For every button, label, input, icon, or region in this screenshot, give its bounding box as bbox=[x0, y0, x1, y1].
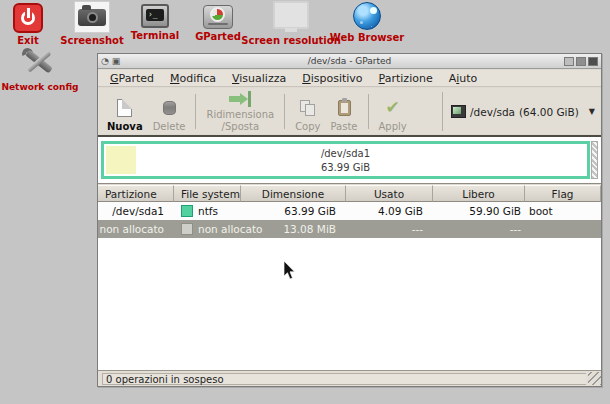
menu-modifica[interactable]: Modifica bbox=[162, 71, 224, 86]
titlebar[interactable]: ◔ ▣ /dev/sda - GParted bbox=[98, 54, 601, 69]
cell-flags bbox=[525, 220, 601, 238]
table-row-sda1[interactable]: /dev/sda1 ntfs 63.99 GiB 4.09 GiB 59.90 … bbox=[98, 202, 601, 220]
menu-dispositivo[interactable]: Dispositivo bbox=[294, 71, 370, 86]
new-partition-button[interactable]: Nuova bbox=[102, 90, 148, 133]
col-filesystem[interactable]: File system bbox=[174, 185, 241, 202]
menu-visualizza[interactable]: Visualizza bbox=[224, 71, 294, 86]
apply-button[interactable]: ✔ Apply bbox=[374, 90, 412, 133]
table-header-row: Partizione File system Dimensione Usato … bbox=[98, 185, 601, 202]
copy-button[interactable]: Copy bbox=[290, 90, 325, 133]
partition-table: Partizione File system Dimensione Usato … bbox=[98, 185, 601, 370]
cell-free: --- bbox=[433, 220, 525, 238]
device-name: /dev/sda bbox=[470, 106, 515, 118]
toolbar-separator bbox=[195, 94, 196, 129]
cell-size: 13.08 MiB bbox=[241, 220, 346, 238]
desktop: { "desktop": { "icons": [ { "label": "Ex… bbox=[0, 0, 610, 404]
tools-icon bbox=[22, 46, 58, 80]
chevron-down-icon[interactable]: ▼ bbox=[589, 107, 595, 116]
col-flag[interactable]: Flag bbox=[525, 185, 601, 202]
icon-label: Web Browser bbox=[330, 32, 404, 43]
desktop-icon-screen-resolution[interactable]: Screen resolution bbox=[250, 1, 332, 46]
partition-visual-sda1[interactable]: /dev/sda1 63.99 GiB bbox=[101, 141, 590, 179]
table-row-unallocated[interactable]: non allocato non allocato 13.08 MiB --- … bbox=[98, 220, 601, 238]
fs-color-swatch bbox=[181, 205, 193, 217]
gparted-window: ◔ ▣ /dev/sda - GParted GParted Modifica … bbox=[97, 53, 602, 387]
paste-button[interactable]: Paste bbox=[326, 90, 363, 133]
terminal-icon: ›_ bbox=[141, 4, 169, 28]
toolbar-separator bbox=[284, 94, 285, 129]
harddisk-icon bbox=[451, 105, 466, 118]
monitor-icon bbox=[273, 1, 309, 29]
col-usato[interactable]: Usato bbox=[346, 185, 433, 202]
desktop-icon-terminal[interactable]: ›_ Terminal bbox=[124, 4, 186, 41]
mouse-cursor bbox=[283, 261, 297, 281]
desktop-icon-exit[interactable]: Exit bbox=[4, 3, 52, 46]
col-dimensione[interactable]: Dimensione bbox=[241, 185, 346, 202]
checkmark-icon: ✔ bbox=[386, 97, 400, 119]
icon-label: Screen resolution bbox=[241, 35, 341, 46]
device-size: (64.00 GiB) bbox=[519, 106, 579, 118]
partition-visual-panel: /dev/sda1 63.99 GiB bbox=[98, 135, 601, 184]
globe-icon bbox=[353, 2, 381, 30]
minimize-button[interactable] bbox=[564, 57, 574, 66]
resize-arrow-icon bbox=[229, 91, 251, 107]
cell-used: 4.09 GiB bbox=[346, 202, 433, 220]
cell-partition: non allocato bbox=[98, 220, 174, 238]
menu-gparted[interactable]: GParted bbox=[102, 71, 162, 86]
icon-label: Screenshot bbox=[60, 35, 123, 46]
icon-label: GParted bbox=[195, 31, 241, 42]
delete-partition-button[interactable]: Delete bbox=[148, 90, 191, 133]
maximize-button[interactable] bbox=[576, 57, 586, 66]
partition-visual-label: /dev/sda1 63.99 GiB bbox=[104, 147, 587, 174]
desktop-icon-network-config[interactable]: Network config bbox=[4, 46, 76, 92]
fs-color-swatch bbox=[181, 223, 193, 235]
desktop-icon-screenshot[interactable]: Screenshot bbox=[56, 1, 128, 46]
resize-grip[interactable] bbox=[588, 372, 601, 385]
new-document-icon bbox=[117, 97, 132, 119]
window-title: /dev/sda - GParted bbox=[98, 56, 601, 66]
cell-filesystem: ntfs bbox=[174, 202, 241, 220]
menu-aiuto[interactable]: Aiuto bbox=[441, 71, 486, 86]
icon-label: Terminal bbox=[131, 30, 179, 41]
menubar: GParted Modifica Visualizza Dispositivo … bbox=[98, 70, 601, 87]
pending-operations-text: 0 operazioni in sospeso bbox=[102, 373, 586, 385]
camera-icon bbox=[74, 1, 110, 33]
copy-icon bbox=[300, 97, 316, 119]
disk-icon bbox=[203, 5, 233, 29]
power-icon bbox=[13, 3, 43, 33]
desktop-icon-gparted[interactable]: GParted bbox=[188, 5, 248, 42]
unallocated-visual[interactable] bbox=[591, 141, 598, 179]
cell-filesystem: non allocato bbox=[174, 220, 241, 238]
close-button[interactable] bbox=[588, 57, 598, 66]
cell-size: 63.99 GiB bbox=[241, 202, 346, 220]
resize-move-button[interactable]: Ridimensiona/Sposta bbox=[201, 90, 279, 133]
menu-partizione[interactable]: Partizione bbox=[371, 71, 441, 86]
icon-label: Exit bbox=[17, 35, 39, 46]
col-libero[interactable]: Libero bbox=[433, 185, 525, 202]
desktop-icon-web-browser[interactable]: Web Browser bbox=[330, 2, 404, 43]
eraser-icon bbox=[163, 97, 176, 119]
icon-label: Network config bbox=[1, 82, 78, 92]
clipboard-icon bbox=[338, 97, 351, 119]
cell-flags: boot bbox=[525, 202, 601, 220]
cell-free: 59.90 GiB bbox=[433, 202, 525, 220]
cell-used: --- bbox=[346, 220, 433, 238]
toolbar-separator bbox=[368, 94, 369, 129]
cell-partition: /dev/sda1 bbox=[98, 202, 174, 220]
toolbar: Nuova Delete Ridimensiona/Sposta Copy Pa… bbox=[98, 88, 601, 134]
col-partizione[interactable]: Partizione bbox=[98, 185, 174, 202]
statusbar: 0 operazioni in sospeso bbox=[98, 370, 601, 386]
device-selector[interactable]: /dev/sda (64.00 GiB) ▼ bbox=[443, 90, 599, 133]
